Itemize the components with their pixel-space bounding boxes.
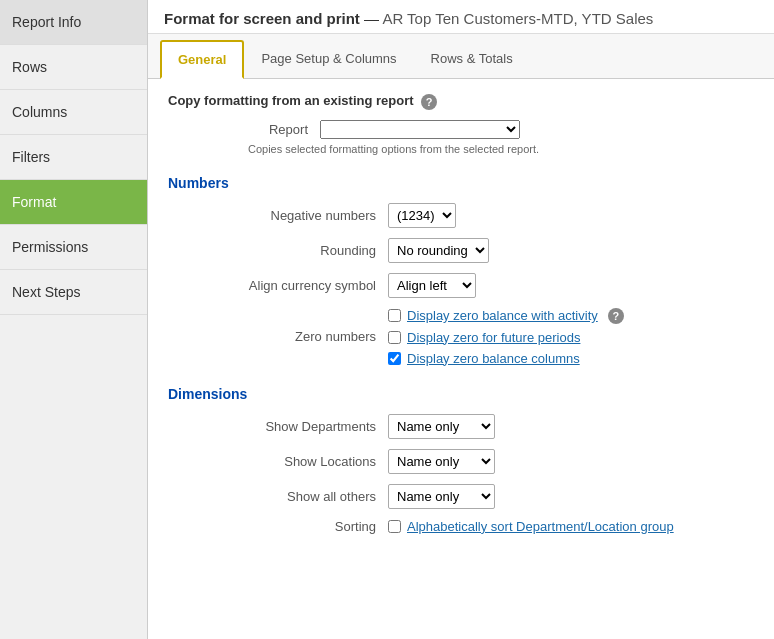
sidebar: Report Info Rows Columns Filters Format … bbox=[0, 0, 148, 639]
sorting-checkbox-label[interactable]: Alphabetically sort Department/Location … bbox=[407, 519, 674, 534]
zero-future-periods-label[interactable]: Display zero for future periods bbox=[407, 330, 580, 345]
negative-numbers-select[interactable]: (1234) -1234 1234- bbox=[388, 203, 456, 228]
dimensions-section: Dimensions Show Departments Name only ID… bbox=[168, 386, 754, 534]
report-select-label: Report bbox=[228, 122, 308, 137]
rounding-label: Rounding bbox=[168, 243, 388, 258]
tab-rows-totals[interactable]: Rows & Totals bbox=[414, 40, 530, 78]
align-currency-select[interactable]: Align left Align right bbox=[388, 273, 476, 298]
zero-balance-activity-help-icon[interactable]: ? bbox=[608, 308, 624, 324]
show-all-others-row: Show all others Name only ID only Name a… bbox=[168, 484, 754, 509]
align-currency-label: Align currency symbol bbox=[168, 278, 388, 293]
sidebar-item-filters[interactable]: Filters bbox=[0, 135, 147, 180]
copy-formatting-section: Copy formatting from an existing report … bbox=[168, 93, 754, 155]
tab-content: Copy formatting from an existing report … bbox=[148, 79, 774, 639]
zero-numbers-checkboxes: Display zero balance with activity ? Dis… bbox=[388, 308, 624, 366]
sorting-checkbox[interactable] bbox=[388, 520, 401, 533]
show-locations-label: Show Locations bbox=[168, 454, 388, 469]
show-locations-row: Show Locations Name only ID only Name an… bbox=[168, 449, 754, 474]
sidebar-item-next-steps[interactable]: Next Steps bbox=[0, 270, 147, 315]
zero-numbers-row: Zero numbers Display zero balance with a… bbox=[168, 308, 754, 366]
zero-future-periods-row: Display zero for future periods bbox=[388, 330, 624, 345]
zero-balance-activity-row: Display zero balance with activity ? bbox=[388, 308, 624, 324]
rounding-select[interactable]: No rounding Round to 0 Round to 1 Round … bbox=[388, 238, 489, 263]
numbers-heading: Numbers bbox=[168, 175, 754, 191]
rounding-row: Rounding No rounding Round to 0 Round to… bbox=[168, 238, 754, 263]
show-departments-label: Show Departments bbox=[168, 419, 388, 434]
zero-balance-activity-checkbox[interactable] bbox=[388, 309, 401, 322]
sidebar-item-columns[interactable]: Columns bbox=[0, 90, 147, 135]
sidebar-item-rows[interactable]: Rows bbox=[0, 45, 147, 90]
zero-numbers-label: Zero numbers bbox=[168, 329, 388, 344]
show-all-others-select[interactable]: Name only ID only Name and ID bbox=[388, 484, 495, 509]
report-select-row: Report bbox=[228, 120, 754, 139]
zero-balance-activity-label[interactable]: Display zero balance with activity bbox=[407, 308, 598, 323]
show-locations-select[interactable]: Name only ID only Name and ID bbox=[388, 449, 495, 474]
sorting-row: Sorting Alphabetically sort Department/L… bbox=[168, 519, 754, 534]
sorting-inner: Alphabetically sort Department/Location … bbox=[388, 519, 674, 534]
tab-page-setup-columns[interactable]: Page Setup & Columns bbox=[244, 40, 413, 78]
show-departments-select[interactable]: Name only ID only Name and ID bbox=[388, 414, 495, 439]
zero-balance-columns-checkbox[interactable] bbox=[388, 352, 401, 365]
sidebar-item-permissions[interactable]: Permissions bbox=[0, 225, 147, 270]
tab-general[interactable]: General bbox=[160, 40, 244, 79]
tab-bar: General Page Setup & Columns Rows & Tota… bbox=[148, 34, 774, 79]
negative-numbers-label: Negative numbers bbox=[168, 208, 388, 223]
page-header: Format for screen and print — AR Top Ten… bbox=[148, 0, 774, 34]
show-all-others-label: Show all others bbox=[168, 489, 388, 504]
dimensions-heading: Dimensions bbox=[168, 386, 754, 402]
zero-balance-columns-row: Display zero balance columns bbox=[388, 351, 624, 366]
negative-numbers-row: Negative numbers (1234) -1234 1234- bbox=[168, 203, 754, 228]
copy-hint: Copies selected formatting options from … bbox=[248, 143, 754, 155]
sidebar-item-format[interactable]: Format bbox=[0, 180, 147, 225]
copy-formatting-help-icon[interactable]: ? bbox=[421, 94, 437, 110]
main-content: Format for screen and print — AR Top Ten… bbox=[148, 0, 774, 639]
sorting-label: Sorting bbox=[168, 519, 388, 534]
zero-future-periods-checkbox[interactable] bbox=[388, 331, 401, 344]
zero-balance-columns-label[interactable]: Display zero balance columns bbox=[407, 351, 580, 366]
numbers-section: Numbers Negative numbers (1234) -1234 12… bbox=[168, 175, 754, 366]
align-currency-row: Align currency symbol Align left Align r… bbox=[168, 273, 754, 298]
sidebar-item-report-info[interactable]: Report Info bbox=[0, 0, 147, 45]
show-departments-row: Show Departments Name only ID only Name … bbox=[168, 414, 754, 439]
copy-formatting-title: Copy formatting from an existing report … bbox=[168, 93, 754, 110]
report-select[interactable] bbox=[320, 120, 520, 139]
